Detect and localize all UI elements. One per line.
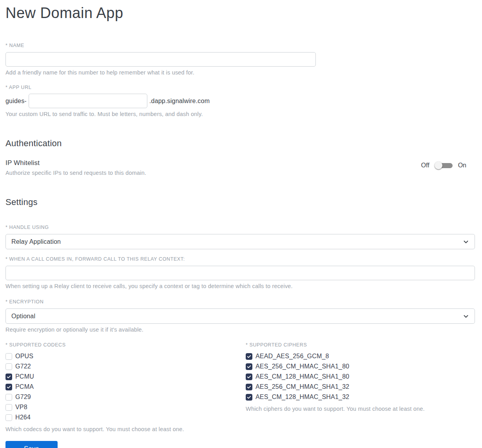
checkbox-label: G729 (15, 394, 31, 401)
app-url-input[interactable] (29, 94, 147, 108)
supported-codecs-label: * SUPPORTED CODECS (5, 342, 246, 348)
checkbox-unchecked-icon[interactable] (5, 394, 12, 401)
page-title: New Domain App (5, 5, 475, 22)
checkbox-row-g722[interactable]: G722 (5, 361, 246, 372)
encryption-select[interactable]: Optional (5, 308, 475, 324)
toggle-on-label: On (458, 162, 466, 169)
checkbox-unchecked-icon[interactable] (5, 404, 12, 411)
authentication-heading: Authentication (5, 138, 475, 149)
toggle-knob[interactable] (435, 161, 442, 169)
app-url-helper: Your custom URL to send traffic to. Must… (5, 111, 475, 117)
app-url-suffix: .dapp.signalwire.com (149, 98, 210, 105)
checkbox-label: AEAD_AES_256_GCM_8 (255, 353, 329, 360)
supported-ciphers-column: * SUPPORTED CIPHERS AEAD_AES_256_GCM_8AE… (246, 342, 475, 432)
chevron-down-icon (463, 313, 469, 319)
checkbox-checked-icon[interactable] (246, 374, 252, 380)
checkbox-label: PCMU (15, 373, 34, 380)
checkbox-checked-icon[interactable] (5, 384, 12, 390)
checkbox-unchecked-icon[interactable] (5, 414, 12, 421)
chevron-down-icon (463, 239, 469, 245)
checkbox-row-aes_256_cm_hmac_sha1_80[interactable]: AES_256_CM_HMAC_SHA1_80 (246, 361, 475, 372)
supported-ciphers-label: * SUPPORTED CIPHERS (246, 342, 475, 348)
checkbox-label: VP8 (15, 404, 27, 411)
checkbox-label: H264 (15, 414, 31, 421)
checkbox-checked-icon[interactable] (246, 353, 252, 360)
handle-using-value: Relay Application (11, 238, 61, 245)
ciphers-helper: Which ciphers do you want to support. Yo… (246, 406, 475, 412)
settings-heading: Settings (5, 197, 475, 207)
save-button[interactable]: Save (5, 441, 58, 448)
handle-using-select[interactable]: Relay Application (5, 234, 475, 249)
checkbox-label: AES_256_CM_HMAC_SHA1_80 (255, 363, 349, 370)
checkbox-row-vp8[interactable]: VP8 (5, 402, 246, 412)
name-input[interactable] (5, 52, 316, 67)
relay-context-group: * WHEN A CALL COMES IN, FORWARD CALL TO … (5, 256, 475, 289)
checkbox-row-g729[interactable]: G729 (5, 392, 246, 402)
handle-using-label: * HANDLE USING (5, 225, 475, 230)
checkbox-label: AES_CM_128_HMAC_SHA1_80 (255, 373, 349, 380)
checkbox-unchecked-icon[interactable] (5, 363, 12, 370)
checkbox-checked-icon[interactable] (246, 394, 252, 401)
checkbox-row-aes_cm_128_hmac_sha1_80[interactable]: AES_CM_128_HMAC_SHA1_80 (246, 372, 475, 382)
codecs-helper: Which codecs do you want to support. You… (5, 426, 246, 432)
toggle-switch-icon[interactable] (435, 161, 453, 169)
handle-using-group: * HANDLE USING Relay Application (5, 225, 475, 249)
checkbox-label: PCMA (15, 383, 34, 390)
ip-whitelist-label: IP Whitelist (5, 159, 146, 167)
relay-context-helper: When setting up a Relay client to receiv… (5, 283, 475, 289)
app-url-prefix: guides- (5, 98, 27, 105)
checkbox-checked-icon[interactable] (246, 384, 252, 390)
name-field-group: * NAME Add a friendly name for this numb… (5, 43, 475, 76)
checkbox-row-aead_aes_256_gcm_8[interactable]: AEAD_AES_256_GCM_8 (246, 351, 475, 361)
encryption-helper: Require encryption or optionally use it … (5, 326, 475, 333)
checkbox-checked-icon[interactable] (5, 374, 12, 380)
codec-cipher-columns: * SUPPORTED CODECS OPUSG722PCMUPCMAG729V… (5, 342, 475, 432)
checkbox-row-opus[interactable]: OPUS (5, 351, 246, 361)
app-url-field-group: * APP URL guides- .dapp.signalwire.com Y… (5, 85, 475, 117)
name-helper: Add a friendly name for this number to h… (5, 69, 475, 76)
ip-whitelist-toggle[interactable]: Off On (421, 161, 466, 169)
ip-whitelist-row: IP Whitelist Authorize specific IPs to s… (5, 159, 475, 176)
checkbox-label: AES_256_CM_HMAC_SHA1_32 (255, 383, 349, 390)
relay-context-input[interactable] (5, 266, 475, 280)
relay-context-label: * WHEN A CALL COMES IN, FORWARD CALL TO … (5, 256, 475, 262)
codec-list: OPUSG722PCMUPCMAG729VP8H264 (5, 351, 246, 423)
ip-whitelist-text: IP Whitelist Authorize specific IPs to s… (5, 159, 146, 176)
encryption-label: * ENCRYPTION (5, 299, 475, 305)
encryption-group: * ENCRYPTION Optional Require encryption… (5, 299, 475, 333)
supported-codecs-column: * SUPPORTED CODECS OPUSG722PCMUPCMAG729V… (5, 342, 246, 432)
checkbox-row-aes_256_cm_hmac_sha1_32[interactable]: AES_256_CM_HMAC_SHA1_32 (246, 382, 475, 392)
checkbox-label: G722 (15, 363, 31, 370)
name-label: * NAME (5, 43, 475, 48)
checkbox-row-h264[interactable]: H264 (5, 412, 246, 423)
toggle-off-label: Off (421, 162, 429, 169)
checkbox-row-aes_cm_128_hmac_sha1_32[interactable]: AES_CM_128_HMAC_SHA1_32 (246, 392, 475, 402)
encryption-value: Optional (11, 313, 35, 320)
checkbox-label: OPUS (15, 353, 33, 360)
ip-whitelist-helper: Authorize specific IPs to send requests … (5, 170, 146, 176)
checkbox-checked-icon[interactable] (246, 363, 252, 370)
checkbox-unchecked-icon[interactable] (5, 353, 12, 360)
cipher-list: AEAD_AES_256_GCM_8AES_256_CM_HMAC_SHA1_8… (246, 351, 475, 402)
app-url-label: * APP URL (5, 85, 475, 90)
checkbox-label: AES_CM_128_HMAC_SHA1_32 (255, 394, 349, 401)
checkbox-row-pcma[interactable]: PCMA (5, 382, 246, 392)
app-url-row: guides- .dapp.signalwire.com (5, 94, 475, 108)
checkbox-row-pcmu[interactable]: PCMU (5, 372, 246, 382)
